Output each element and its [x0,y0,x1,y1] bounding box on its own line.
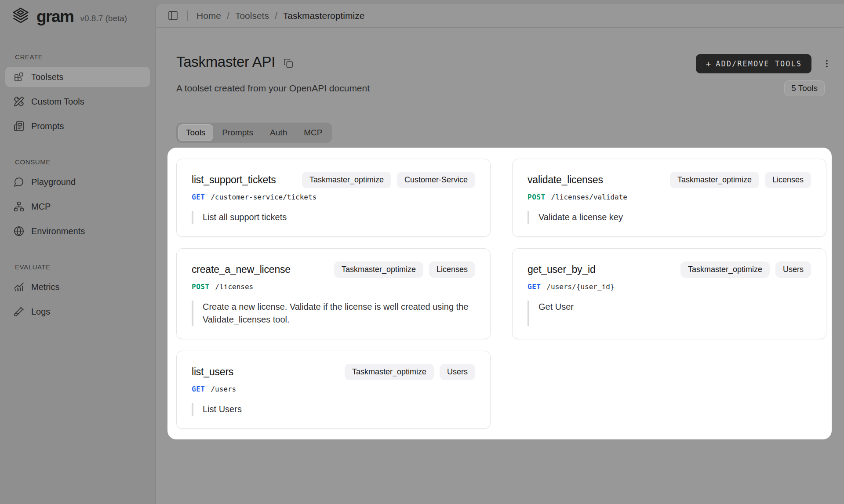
pencil-ruler-icon [14,96,24,107]
add-remove-tools-button[interactable]: + ADD/REMOVE TOOLS [696,54,811,73]
tool-name: validate_licenses [528,174,603,186]
tool-name: list_users [192,366,233,378]
tool-card-create_a_new_license[interactable]: create_a_new_license Taskmaster_optimize… [176,248,491,339]
tool-description: List Users [192,403,475,416]
kebab-menu-button[interactable] [822,59,832,69]
sidebar-item-custom-tools[interactable]: Custom Tools [5,91,150,112]
tab-prompts[interactable]: Prompts [214,124,261,141]
endpoint-path: /users/{user_id} [546,283,614,291]
sidebar-item-label: Playground [31,177,76,187]
sidebar-item-label: Custom Tools [31,97,84,107]
page-title: Taskmaster API [176,54,275,70]
tab-auth[interactable]: Auth [262,124,295,141]
http-method: POST [192,283,210,291]
tag-badge-taskmaster_optimize: Taskmaster_optimize [680,261,770,278]
sidebar-item-toolsets[interactable]: Toolsets [5,67,150,87]
tool-endpoint: GET /users/{user_id} [528,283,811,291]
endpoint-path: /licenses/validate [551,193,627,201]
sidebar-item-playground[interactable]: Playground [5,172,150,192]
tool-description: Get User [528,301,811,326]
sidebar-item-label: MCP [31,202,51,212]
breadcrumb: Home/Toolsets/Taskmasteroptimize [196,11,364,21]
page-subtitle: A toolset created from your OpenAPI docu… [176,83,370,94]
tool-description: List all support tickets [192,211,475,224]
tool-badges: Taskmaster_optimizeUsers [345,364,475,380]
breadcrumb-separator: / [227,11,229,21]
tool-description: Create a new license. Validate if the li… [192,301,475,326]
breadcrumb-item-toolsets[interactable]: Toolsets [235,11,269,21]
sidebar-item-prompts[interactable]: Prompts [5,116,150,136]
tag-badge-licenses: Licenses [429,261,475,278]
sidebar-nav: CREATE Toolsets Custom Tools PromptsCONS… [5,53,150,322]
app-root: gram v0.8.7 (beta) CREATE Toolsets Custo… [0,0,844,504]
topbar: Home/Toolsets/Taskmasteroptimize [156,4,844,28]
tag-badge-users: Users [440,364,475,380]
tag-badge-customer-service: Customer-Service [397,172,475,188]
copy-icon[interactable] [284,58,293,68]
main-panel: Home/Toolsets/Taskmasteroptimize Taskmas… [155,4,844,504]
sidebar: gram v0.8.7 (beta) CREATE Toolsets Custo… [0,0,155,504]
logo[interactable]: gram v0.8.7 (beta) [5,7,150,27]
sidebar-item-metrics[interactable]: Metrics [5,277,150,297]
tool-name: list_support_tickets [192,174,276,186]
sidebar-item-label: Metrics [31,282,59,292]
sidebar-item-label: Environments [31,226,85,236]
tool-card-list_support_tickets[interactable]: list_support_tickets Taskmaster_optimize… [176,159,491,237]
tag-badge-licenses: Licenses [765,172,811,188]
topbar-divider [187,11,188,21]
tool-card-validate_licenses[interactable]: validate_licenses Taskmaster_optimizeLic… [512,159,826,237]
tag-badge-taskmaster_optimize: Taskmaster_optimize [334,261,423,278]
http-method: GET [192,193,205,201]
tools-count-badge: 5 Tools [784,80,825,96]
endpoint-path: /licenses [215,283,254,291]
breadcrumb-item-taskmasteroptimize: Taskmasteroptimize [283,11,365,21]
logo-text: gram [36,7,73,26]
sidebar-item-environments[interactable]: Environments [5,221,150,241]
sidebar-section-consume: CONSUME Playground MCP Environments [5,158,150,241]
tool-badges: Taskmaster_optimizeLicenses [670,172,811,188]
http-method: POST [528,193,546,201]
tool-badges: Taskmaster_optimizeCustomer-Service [302,172,475,188]
tool-endpoint: POST /licenses/validate [528,193,811,201]
http-method: GET [192,385,205,393]
page-content: Taskmaster API + ADD/REMOVE TOOLS [156,28,844,504]
tag-badge-taskmaster_optimize: Taskmaster_optimize [345,364,434,380]
network-icon [14,201,24,212]
tab-tools[interactable]: Tools [178,124,213,141]
sidebar-section-label: EVALUATE [5,263,150,272]
breadcrumb-item-home[interactable]: Home [196,11,221,21]
app-version: v0.8.7 (beta) [80,14,127,23]
sidebar-section-evaluate: EVALUATE Metrics Logs [5,263,150,322]
newspaper-icon [14,121,24,131]
tool-card-get_user_by_id[interactable]: get_user_by_id Taskmaster_optimizeUsers … [512,248,826,339]
tool-endpoint: POST /licenses [192,283,475,291]
gram-logo-icon [11,7,31,27]
tag-badge-users: Users [775,261,811,278]
endpoint-path: /users [211,385,236,393]
tool-endpoint: GET /users [192,385,475,393]
tab-bar: ToolsPromptsAuthMCP [176,123,332,143]
tool-card-list_users[interactable]: list_users Taskmaster_optimizeUsers GET … [176,351,491,429]
plus-icon: + [706,58,711,69]
sidebar-item-logs[interactable]: Logs [5,301,150,322]
tool-card-header: validate_licenses Taskmaster_optimizeLic… [528,172,811,188]
tag-badge-taskmaster_optimize: Taskmaster_optimize [670,172,759,188]
tool-name: get_user_by_id [528,264,595,276]
globe-icon [14,226,24,236]
sidebar-toggle-button[interactable] [167,10,178,21]
sidebar-item-mcp[interactable]: MCP [5,196,150,217]
tool-card-header: list_support_tickets Taskmaster_optimize… [192,172,475,188]
tool-badges: Taskmaster_optimizeLicenses [334,261,475,278]
page-header: Taskmaster API + ADD/REMOVE TOOLS [176,54,832,143]
blocks-icon [14,72,24,82]
tool-description: Validate a license key [528,211,811,224]
tool-name: create_a_new_license [192,264,291,276]
sidebar-item-label: Logs [31,307,50,317]
tool-card-header: get_user_by_id Taskmaster_optimizeUsers [528,261,811,278]
chart-icon [14,282,24,292]
sidebar-section-label: CONSUME [5,158,150,167]
sidebar-item-label: Toolsets [31,72,63,82]
tab-mcp[interactable]: MCP [296,124,330,141]
test-tube-icon [14,306,24,317]
add-remove-tools-label: ADD/REMOVE TOOLS [716,59,802,68]
